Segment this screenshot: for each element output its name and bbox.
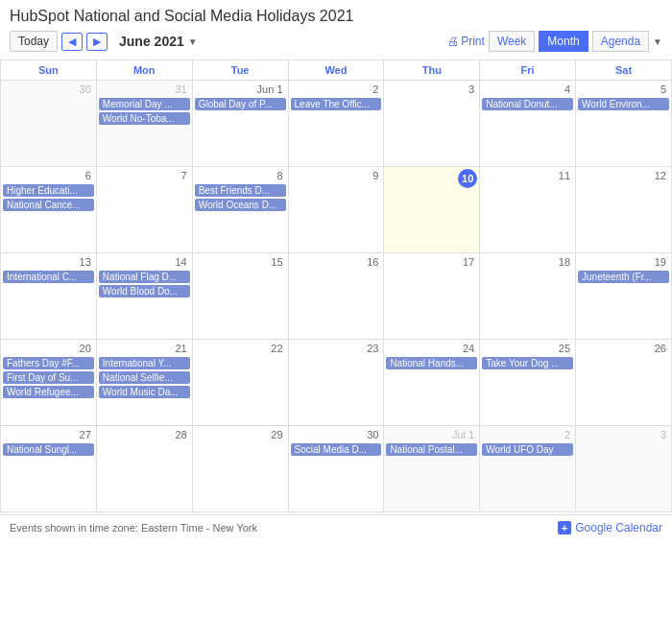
calendar-cell: 20Fathers Day #F...First Day of Su...Wor…	[1, 340, 97, 426]
day-number[interactable]: 20	[3, 342, 94, 355]
calendar-cell: Jun 1Global Day of P...	[192, 81, 288, 167]
day-number[interactable]: 17	[386, 255, 477, 269]
month-view-button[interactable]: Month	[539, 31, 588, 52]
calendar-event[interactable]: World Music Da...	[99, 386, 190, 398]
day-number[interactable]: 3	[578, 428, 669, 441]
calendar-event[interactable]: First Day of Su...	[3, 371, 94, 384]
day-number[interactable]: 13	[3, 255, 94, 269]
day-number[interactable]: Jul 1	[386, 428, 477, 441]
calendar-week-row: 6Higher Educati...National Cance...78Bes…	[1, 167, 672, 253]
day-number[interactable]: 9	[291, 169, 382, 182]
calendar-event[interactable]: Best Friends D...	[195, 184, 286, 197]
day-number[interactable]: 19	[578, 255, 669, 269]
calendar-event[interactable]: National Flag D...	[99, 271, 190, 283]
day-number[interactable]: 24	[386, 342, 477, 355]
calendar-event[interactable]: International C...	[3, 271, 94, 283]
day-number[interactable]: 30	[291, 428, 382, 441]
calendar-event[interactable]: World UFO Day	[482, 443, 573, 456]
next-button[interactable]: ▶	[86, 33, 108, 51]
calendar-event[interactable]: National Cance...	[3, 199, 94, 211]
calendar-event[interactable]: National Hands...	[386, 357, 477, 369]
day-number[interactable]: 7	[99, 169, 190, 182]
print-button[interactable]: 🖨 Print	[447, 35, 485, 48]
calendar-event[interactable]: Take Your Dog ...	[482, 357, 573, 369]
calendar-cell: 30Social Media D...	[288, 426, 384, 512]
col-sat: Sat	[576, 60, 672, 81]
calendar-event[interactable]: World Environ...	[578, 98, 669, 110]
page-title: HubSpot National and Social Media Holida…	[10, 8, 662, 25]
day-number[interactable]: 29	[195, 428, 286, 441]
calendar-week-row: 20Fathers Day #F...First Day of Su...Wor…	[1, 340, 672, 426]
day-number[interactable]: 27	[3, 428, 94, 441]
day-number[interactable]: 16	[291, 255, 382, 269]
calendar-event[interactable]: Global Day of P...	[195, 98, 286, 110]
day-number[interactable]: 25	[482, 342, 573, 355]
calendar-cell: 9	[288, 167, 384, 253]
prev-button[interactable]: ◀	[61, 33, 83, 51]
calendar-event[interactable]: Social Media D...	[291, 443, 382, 456]
calendar-cell: 3	[384, 81, 480, 167]
google-cal-label: Google Calendar	[575, 521, 662, 535]
calendar-event[interactable]: National Selfie...	[99, 371, 190, 384]
day-number[interactable]: 14	[99, 255, 190, 269]
calendar-cell: 16	[288, 253, 384, 340]
calendar-cell: 19Juneteenth (Fr...	[576, 253, 672, 340]
day-number[interactable]: 8	[195, 169, 286, 182]
calendar-cell: 3	[576, 426, 672, 512]
calendar-event[interactable]: Leave The Offic...	[291, 98, 382, 110]
calendar-cell: 26	[576, 340, 672, 426]
calendar-event[interactable]: World No-Toba...	[99, 112, 190, 125]
day-number[interactable]: 5	[578, 83, 669, 96]
day-number[interactable]: 18	[482, 255, 573, 269]
calendar-event[interactable]: Memorial Day ...	[99, 98, 190, 110]
calendar-cell: 18	[480, 253, 576, 340]
calendar-cell: 23	[288, 340, 384, 426]
day-number[interactable]: Jun 1	[195, 83, 286, 96]
calendar-event[interactable]: National Sungl...	[3, 443, 94, 456]
calendar-event[interactable]: National Postal...	[386, 443, 477, 456]
week-view-button[interactable]: Week	[489, 31, 535, 52]
toolbar: Today ◀ ▶ June 2021 ▼ 🖨 Print Week Month…	[10, 31, 662, 52]
printer-icon: 🖨	[447, 35, 459, 48]
day-number[interactable]: 11	[482, 169, 573, 182]
day-number[interactable]: 2	[291, 83, 382, 96]
calendar-event[interactable]: World Blood Do...	[99, 285, 190, 297]
day-number[interactable]: 23	[291, 342, 382, 355]
calendar-cell: 17	[384, 253, 480, 340]
calendar-cell: 7	[96, 167, 192, 253]
day-number[interactable]: 6	[3, 169, 94, 182]
calendar-event[interactable]: World Oceans D...	[195, 199, 286, 211]
calendar-cell: 10	[384, 167, 480, 253]
agenda-dropdown-arrow[interactable]: ▼	[653, 36, 662, 47]
day-number[interactable]: 15	[195, 255, 286, 269]
day-number[interactable]: 26	[578, 342, 669, 355]
calendar-event[interactable]: International Y...	[99, 357, 190, 369]
calendar-header-row: Sun Mon Tue Wed Thu Fri Sat	[1, 60, 672, 81]
col-sun: Sun	[1, 60, 97, 81]
day-number[interactable]: 21	[99, 342, 190, 355]
calendar-cell: 8Best Friends D...World Oceans D...	[192, 167, 288, 253]
agenda-view-button[interactable]: Agenda	[592, 31, 649, 52]
day-number[interactable]: 30	[3, 83, 94, 96]
day-number[interactable]: 31	[99, 83, 190, 96]
day-number[interactable]: 22	[195, 342, 286, 355]
day-number[interactable]: 12	[578, 169, 669, 182]
today-button[interactable]: Today	[10, 31, 58, 52]
calendar-event[interactable]: National Donut...	[482, 98, 573, 110]
day-number[interactable]: 2	[482, 428, 573, 441]
day-number[interactable]: 28	[99, 428, 190, 441]
calendar-event[interactable]: Higher Educati...	[3, 184, 94, 197]
google-cal-plus: +	[558, 521, 571, 535]
day-number[interactable]: 10	[458, 169, 477, 188]
calendar-event[interactable]: Fathers Day #F...	[3, 357, 94, 369]
google-calendar-button[interactable]: + Google Calendar	[558, 521, 662, 535]
month-dropdown-arrow[interactable]: ▼	[188, 36, 198, 47]
calendar-cell: 24National Hands...	[384, 340, 480, 426]
day-number[interactable]: 3	[386, 83, 477, 96]
calendar-cell: 6Higher Educati...National Cance...	[1, 167, 97, 253]
col-tue: Tue	[192, 60, 288, 81]
calendar-event[interactable]: Juneteenth (Fr...	[578, 271, 669, 283]
day-number[interactable]: 4	[482, 83, 573, 96]
calendar-event[interactable]: World Refugee...	[3, 386, 94, 398]
calendar-cell: 14National Flag D...World Blood Do...	[96, 253, 192, 340]
